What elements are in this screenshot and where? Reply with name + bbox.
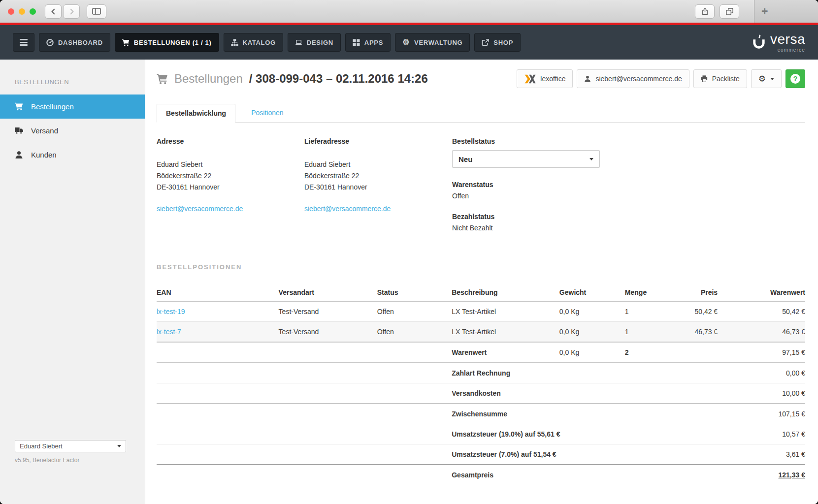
positions-table: EAN Versandart Status Beschreibung Gewic…: [157, 284, 805, 485]
ean-link[interactable]: lx-test-7: [157, 322, 279, 343]
cart-icon: [15, 102, 23, 111]
breadcrumb-section[interactable]: Bestellungen: [174, 72, 243, 86]
summary-label: Umsatzsteuer (19.0%) auf 55,61 €: [452, 424, 669, 444]
order-info-columns: Adresse Eduard Siebert Bödekerstraße 22 …: [157, 137, 805, 232]
nav-item-bestellungen[interactable]: BESTELLUNGEN (1 / 1): [115, 33, 219, 52]
sidebar-item-versand[interactable]: Versand: [0, 119, 145, 143]
warenwert-cell: 50,42 €: [718, 301, 805, 322]
summary-row-warenwert: Warenwert 0,0 Kg 2 97,15 €: [157, 342, 805, 363]
back-button[interactable]: [45, 4, 62, 19]
beschreibung-cell: LX Test-Artikel: [452, 322, 559, 343]
nav-item-dashboard[interactable]: DASHBOARD: [39, 33, 110, 52]
sidebar-section-title: BESTELLUNGEN: [0, 60, 145, 94]
bezahlstatus-value: Nicht Bezahlt: [452, 224, 600, 232]
menge-cell: 1: [625, 322, 670, 343]
summary-gewicht: 0,0 Kg: [559, 342, 625, 363]
close-window-button[interactable]: [8, 8, 14, 15]
warenstatus-value: Offen: [452, 192, 600, 200]
shop-select-value: Eduard Siebert: [20, 442, 63, 450]
share-button[interactable]: [695, 4, 715, 19]
shipping-address-title: Lieferadresse: [304, 137, 452, 145]
summary-value: 0,00 €: [670, 363, 805, 383]
version-text: v5.95, Benefactor Factor: [15, 457, 126, 464]
preis-cell: 46,73 €: [670, 322, 718, 343]
hamburger-icon: [20, 39, 28, 46]
truck-icon: [15, 126, 23, 135]
gear-icon: ⚙: [758, 75, 766, 83]
versandart-cell: Test-Versand: [279, 301, 377, 322]
nav-item-shop[interactable]: SHOP: [474, 33, 521, 52]
app-navbar: DASHBOARD BESTELLUNGEN (1 / 1) KATALOG D…: [0, 25, 818, 60]
nav-item-katalog[interactable]: KATALOG: [224, 33, 283, 52]
address-line: Bödekerstraße 22: [304, 170, 452, 182]
summary-menge: 2: [625, 342, 670, 363]
breadcrumb: Bestellungen / 308-099-043 – 02.11.2016 …: [157, 72, 428, 86]
sidebar-item-kunden[interactable]: Kunden: [0, 143, 145, 167]
gear-icon: ⚙: [402, 38, 410, 46]
nav-item-apps[interactable]: APPS: [345, 33, 391, 52]
summary-value: 3,61 €: [670, 444, 805, 465]
customer-email-link[interactable]: siebert@versacommerce.de: [157, 205, 243, 213]
zoom-window-button[interactable]: [30, 8, 36, 15]
customer-email-link[interactable]: siebert@versacommerce.de: [304, 205, 391, 213]
ean-link[interactable]: lx-test-19: [157, 301, 279, 322]
bestellstatus-select[interactable]: Neu: [452, 150, 600, 168]
bestellstatus-value: Neu: [458, 155, 472, 163]
col-beschreibung: Beschreibung: [452, 284, 559, 301]
sidebar: BESTELLUNGEN Bestellungen Versand Kunden…: [0, 60, 145, 504]
packliste-button[interactable]: Packliste: [693, 69, 747, 88]
sidebar-toggle-button[interactable]: [87, 4, 106, 19]
address-title: Adresse: [157, 137, 304, 145]
sidebar-item-bestellungen[interactable]: Bestellungen: [0, 94, 145, 119]
positions-section-title: BESTELLPOSITIONEN: [157, 263, 805, 271]
shop-select[interactable]: Eduard Siebert: [15, 440, 126, 452]
address-line: Eduard Siebert: [304, 159, 452, 170]
app-body: BESTELLUNGEN Bestellungen Versand Kunden…: [0, 60, 818, 504]
summary-row-zwischensumme: Zwischensumme 107,15 €: [157, 404, 805, 424]
shipping-address-block: Lieferadresse Eduard Siebert Bödekerstra…: [304, 137, 452, 232]
chrome-right-buttons: [695, 4, 739, 19]
sidebar-footer: Eduard Siebert v5.95, Benefactor Factor: [15, 440, 126, 464]
gewicht-cell: 0,0 Kg: [559, 322, 625, 343]
menu-toggle-button[interactable]: [13, 33, 34, 52]
order-status-block: Bestellstatus Neu Warenstatus Offen Beza…: [452, 137, 600, 232]
summary-value: 97,15 €: [670, 342, 805, 363]
new-tab-button[interactable]: +: [761, 5, 768, 18]
summary-label: Warenwert: [452, 342, 559, 363]
browser-window: + DASHBOARD BESTELLUNGEN (1 / 1) KATALOG…: [0, 0, 818, 504]
minimize-window-button[interactable]: [19, 8, 25, 15]
forward-button[interactable]: [63, 4, 80, 19]
customer-email-button[interactable]: siebert@versacommerce.de: [577, 69, 689, 88]
col-warenwert: Warenwert: [718, 284, 805, 301]
cart-icon: [157, 73, 168, 85]
nav-item-design[interactable]: DESIGN: [288, 33, 341, 52]
tab-overview-button[interactable]: [720, 4, 739, 19]
gewicht-cell: 0,0 Kg: [559, 301, 625, 322]
tab-bestellabwicklung[interactable]: Bestellabwicklung: [157, 104, 235, 123]
external-link-icon: [482, 39, 489, 46]
chevron-down-icon: [770, 78, 774, 80]
summary-row-umsatzsteuer-7: Umsatzsteuer (7.0%) auf 51,54 € 3,61 €: [157, 444, 805, 465]
history-buttons: [45, 4, 80, 19]
warenstatus-label: Warenstatus: [452, 181, 600, 189]
settings-dropdown-button[interactable]: ⚙: [751, 69, 782, 88]
address-line: DE-30161 Hannover: [304, 182, 452, 193]
lexoffice-button[interactable]: lexoffice: [517, 69, 573, 88]
cart-icon: [122, 39, 130, 46]
bezahlstatus-block: Bezahlstatus Nicht Bezahlt: [452, 213, 600, 232]
address-line: Bödekerstraße 22: [157, 170, 304, 182]
content-header: Bestellungen / 308-099-043 – 02.11.2016 …: [157, 60, 805, 98]
summary-value: 10,57 €: [670, 424, 805, 444]
help-button[interactable]: ?: [785, 69, 805, 88]
nav-item-verwaltung[interactable]: ⚙ VERWALTUNG: [395, 33, 470, 52]
beschreibung-cell: LX Test-Artikel: [452, 301, 559, 322]
tab-positionen[interactable]: Positionen: [242, 104, 292, 122]
lexoffice-icon: [524, 74, 536, 84]
versandart-cell: Test-Versand: [279, 322, 377, 343]
browser-chrome: +: [0, 0, 818, 23]
col-menge: Menge: [625, 284, 670, 301]
user-icon: [584, 75, 591, 82]
table-header-row: EAN Versandart Status Beschreibung Gewic…: [157, 284, 805, 301]
versacommerce-logo[interactable]: versa commerce: [752, 32, 805, 53]
logo-subtitle: commerce: [770, 47, 805, 53]
